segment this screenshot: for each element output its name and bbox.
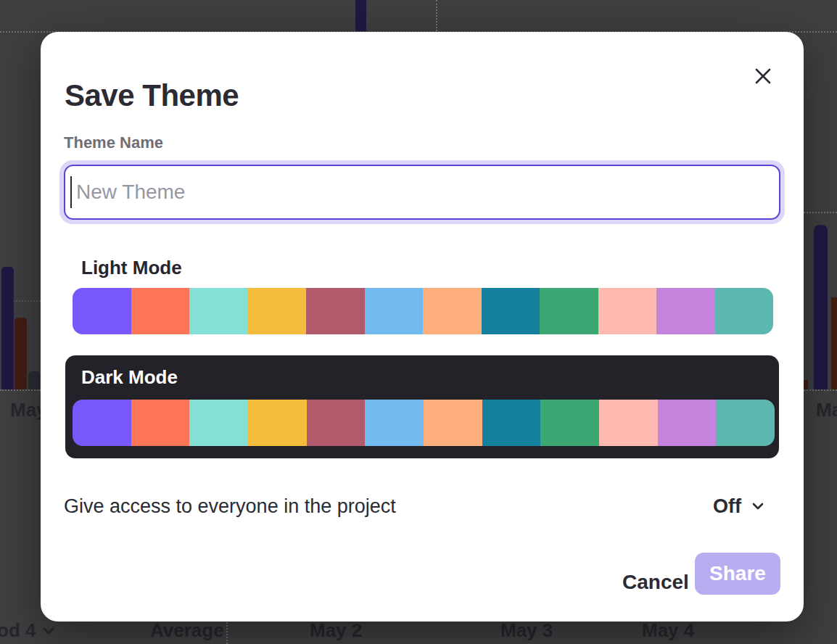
color-swatch — [365, 400, 424, 446]
color-swatch — [658, 400, 717, 446]
color-swatch — [424, 400, 482, 446]
chart-bar-gray-left — [28, 371, 40, 389]
chart-bar-maroon-right — [831, 297, 837, 389]
color-swatch — [131, 400, 190, 446]
color-swatch — [189, 288, 248, 334]
color-swatch — [248, 288, 307, 334]
color-swatch — [715, 288, 774, 334]
color-swatch — [73, 288, 131, 334]
color-swatch — [656, 288, 715, 334]
theme-name-input[interactable] — [64, 165, 780, 220]
color-swatch — [73, 400, 131, 446]
cancel-button[interactable]: Cancel — [601, 561, 710, 603]
app-screen: { "backdrop": { "overlay_color": "#3f3f4… — [0, 0, 837, 644]
chart-left-gridline — [13, 300, 41, 302]
color-swatch — [306, 288, 365, 334]
access-label: Give access to everyone in the project — [64, 495, 396, 518]
close-icon[interactable] — [749, 62, 778, 91]
access-row: Give access to everyone in the project O… — [64, 492, 766, 521]
chart-bar-maroon-left — [15, 318, 27, 389]
chart-bar-maroon-fragment — [804, 380, 808, 389]
color-swatch — [423, 288, 482, 334]
dark-mode-label: Dark Mode — [81, 366, 178, 389]
color-swatch — [189, 400, 248, 446]
access-dropdown[interactable]: Off — [713, 495, 766, 518]
period-selector-label[interactable]: od 4 — [0, 619, 36, 642]
column-label-may3: May 3 — [500, 619, 553, 642]
column-label-average: Average — [150, 619, 224, 642]
color-swatch — [482, 400, 541, 446]
color-swatch — [482, 288, 540, 334]
color-swatch — [307, 400, 366, 446]
chart-bar-top — [355, 0, 366, 31]
color-swatch — [365, 288, 424, 334]
column-label-may4: May 4 — [642, 619, 694, 642]
access-dropdown-value: Off — [713, 495, 741, 518]
color-swatch — [716, 400, 775, 446]
chart-bar-navy-left — [1, 267, 14, 389]
light-mode-label: Light Mode — [81, 257, 182, 279]
color-swatch — [599, 400, 658, 446]
chart-right-axis-line — [804, 389, 837, 391]
chevron-down-icon[interactable] — [41, 624, 56, 638]
share-button[interactable]: Share — [695, 553, 780, 595]
chart-top-vertical-gridline — [436, 0, 437, 31]
axis-label-may-right: Ma — [816, 399, 837, 421]
theme-name-label: Theme Name — [64, 133, 163, 152]
chart-bottom-vertical-gridline — [226, 619, 228, 644]
color-swatch — [131, 288, 190, 334]
dark-mode-panel: Dark Mode — [65, 355, 779, 458]
theme-name-focus-ring — [59, 160, 785, 224]
chart-bar-navy-right — [814, 225, 828, 389]
chevron-down-icon — [750, 498, 766, 514]
color-swatch — [540, 288, 598, 334]
light-mode-palette[interactable] — [73, 288, 773, 334]
color-swatch — [248, 400, 307, 446]
chart-left-axis-line — [0, 389, 41, 391]
dialog-title: Save Theme — [65, 78, 239, 113]
chart-right-gridline — [804, 212, 837, 213]
save-theme-dialog: Save Theme Theme Name Light Mode Dark Mo… — [41, 32, 804, 622]
color-swatch — [540, 400, 599, 446]
column-label-may2: May 2 — [310, 619, 362, 642]
color-swatch — [598, 288, 657, 334]
dark-mode-palette[interactable] — [73, 400, 775, 446]
